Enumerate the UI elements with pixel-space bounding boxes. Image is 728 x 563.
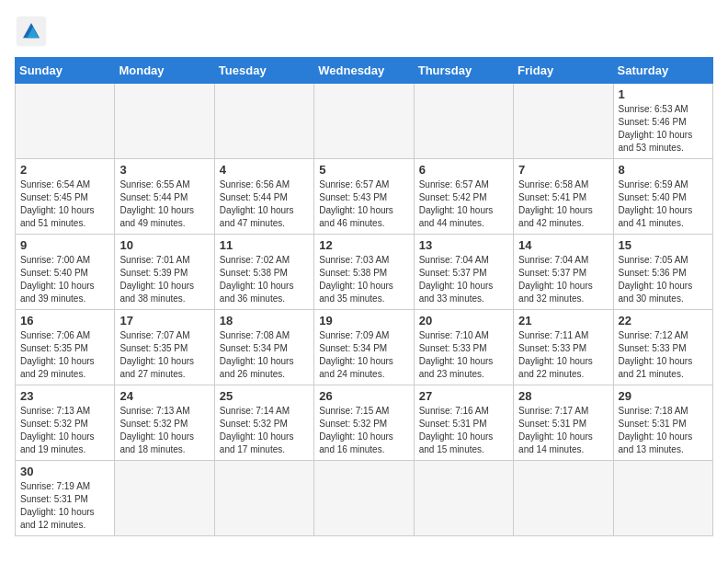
calendar-cell: 2Sunrise: 6:54 AM Sunset: 5:45 PM Daylig… [16,159,115,235]
day-number: 1 [619,87,708,101]
day-info: Sunrise: 6:53 AM Sunset: 5:46 PM Dayligh… [619,103,708,155]
weekday-header-saturday: Saturday [613,58,712,84]
day-info: Sunrise: 7:00 AM Sunset: 5:40 PM Dayligh… [20,254,109,305]
day-number: 16 [20,314,109,327]
day-info: Sunrise: 7:10 AM Sunset: 5:33 PM Dayligh… [419,329,508,381]
calendar-cell: 24Sunrise: 7:13 AM Sunset: 5:32 PM Dayli… [115,385,214,461]
day-info: Sunrise: 7:04 AM Sunset: 5:37 PM Dayligh… [419,254,508,305]
calendar-cell: 28Sunrise: 7:17 AM Sunset: 5:31 PM Dayli… [514,385,613,461]
calendar-cell: 3Sunrise: 6:55 AM Sunset: 5:44 PM Daylig… [115,159,214,235]
day-number: 8 [619,163,708,177]
day-info: Sunrise: 6:58 AM Sunset: 5:41 PM Dayligh… [518,178,608,230]
calendar-cell: 16Sunrise: 7:06 AM Sunset: 5:35 PM Dayli… [16,310,115,385]
day-number: 20 [419,314,508,327]
calendar-cell: 8Sunrise: 6:59 AM Sunset: 5:40 PM Daylig… [613,159,712,235]
day-number: 5 [319,163,408,177]
day-info: Sunrise: 6:59 AM Sunset: 5:40 PM Dayligh… [619,178,708,230]
day-info: Sunrise: 7:08 AM Sunset: 5:34 PM Dayligh… [220,329,309,381]
calendar-cell [214,461,313,536]
calendar-cell: 20Sunrise: 7:10 AM Sunset: 5:33 PM Dayli… [414,310,513,385]
day-number: 10 [119,238,209,252]
calendar-cell: 30Sunrise: 7:19 AM Sunset: 5:31 PM Dayli… [16,461,115,536]
day-info: Sunrise: 7:13 AM Sunset: 5:32 PM Dayligh… [20,405,109,456]
day-number: 27 [419,389,508,403]
day-number: 22 [619,314,708,327]
calendar-cell: 15Sunrise: 7:05 AM Sunset: 5:36 PM Dayli… [613,235,712,310]
day-number: 15 [619,238,708,252]
day-info: Sunrise: 7:19 AM Sunset: 5:31 PM Dayligh… [20,480,109,532]
weekday-header-monday: Monday [115,58,214,84]
day-info: Sunrise: 7:15 AM Sunset: 5:32 PM Dayligh… [319,405,408,456]
calendar-cell: 27Sunrise: 7:16 AM Sunset: 5:31 PM Dayli… [414,385,513,461]
calendar-cell [514,84,613,159]
calendar-cell: 29Sunrise: 7:18 AM Sunset: 5:31 PM Dayli… [613,385,712,461]
day-number: 30 [20,465,109,478]
calendar-cell: 23Sunrise: 7:13 AM Sunset: 5:32 PM Dayli… [16,385,115,461]
calendar-cell: 26Sunrise: 7:15 AM Sunset: 5:32 PM Dayli… [314,385,414,461]
day-number: 19 [319,314,408,327]
day-info: Sunrise: 7:07 AM Sunset: 5:35 PM Dayligh… [119,329,209,381]
day-number: 17 [119,314,209,327]
calendar-cell: 18Sunrise: 7:08 AM Sunset: 5:34 PM Dayli… [214,310,313,385]
calendar-cell: 7Sunrise: 6:58 AM Sunset: 5:41 PM Daylig… [514,159,613,235]
calendar-cell [214,84,313,159]
weekday-header-thursday: Thursday [414,58,513,84]
weekday-header-sunday: Sunday [16,58,115,84]
calendar-cell [115,461,214,536]
day-info: Sunrise: 6:56 AM Sunset: 5:44 PM Dayligh… [220,178,309,230]
day-number: 24 [119,389,209,403]
day-number: 14 [518,238,608,252]
calendar-cell: 5Sunrise: 6:57 AM Sunset: 5:43 PM Daylig… [314,159,414,235]
day-info: Sunrise: 7:06 AM Sunset: 5:35 PM Dayligh… [20,329,109,381]
calendar-cell [314,84,414,159]
calendar-cell [314,461,414,536]
day-number: 26 [319,389,408,403]
day-number: 7 [518,163,608,177]
calendar-cell [514,461,613,536]
day-info: Sunrise: 7:01 AM Sunset: 5:39 PM Dayligh… [119,254,209,305]
calendar-cell: 9Sunrise: 7:00 AM Sunset: 5:40 PM Daylig… [16,235,115,310]
calendar-cell: 4Sunrise: 6:56 AM Sunset: 5:44 PM Daylig… [214,159,313,235]
day-number: 2 [20,163,109,177]
day-number: 11 [220,238,309,252]
day-info: Sunrise: 6:57 AM Sunset: 5:42 PM Dayligh… [419,178,508,230]
day-info: Sunrise: 7:04 AM Sunset: 5:37 PM Dayligh… [518,254,608,305]
day-info: Sunrise: 7:16 AM Sunset: 5:31 PM Dayligh… [419,405,508,456]
calendar-cell: 22Sunrise: 7:12 AM Sunset: 5:33 PM Dayli… [613,310,712,385]
day-number: 4 [220,163,309,177]
day-number: 29 [619,389,708,403]
day-number: 18 [220,314,309,327]
day-info: Sunrise: 6:54 AM Sunset: 5:45 PM Dayligh… [20,178,109,230]
day-number: 21 [518,314,608,327]
calendar-cell: 21Sunrise: 7:11 AM Sunset: 5:33 PM Dayli… [514,310,613,385]
day-info: Sunrise: 7:17 AM Sunset: 5:31 PM Dayligh… [518,405,608,456]
day-info: Sunrise: 6:57 AM Sunset: 5:43 PM Dayligh… [319,178,408,230]
day-number: 3 [119,163,209,177]
day-number: 25 [220,389,309,403]
day-info: Sunrise: 6:55 AM Sunset: 5:44 PM Dayligh… [119,178,209,230]
calendar-cell: 19Sunrise: 7:09 AM Sunset: 5:34 PM Dayli… [314,310,414,385]
day-number: 9 [20,238,109,252]
day-info: Sunrise: 7:13 AM Sunset: 5:32 PM Dayligh… [119,405,209,456]
day-info: Sunrise: 7:11 AM Sunset: 5:33 PM Dayligh… [518,329,608,381]
day-info: Sunrise: 7:18 AM Sunset: 5:31 PM Dayligh… [619,405,708,456]
calendar-cell: 1Sunrise: 6:53 AM Sunset: 5:46 PM Daylig… [613,84,712,159]
calendar-cell: 12Sunrise: 7:03 AM Sunset: 5:38 PM Dayli… [314,235,414,310]
calendar-cell: 6Sunrise: 6:57 AM Sunset: 5:42 PM Daylig… [414,159,513,235]
day-info: Sunrise: 7:05 AM Sunset: 5:36 PM Dayligh… [619,254,708,305]
calendar-cell [414,461,513,536]
page-header [15,15,713,48]
day-number: 23 [20,389,109,403]
day-info: Sunrise: 7:09 AM Sunset: 5:34 PM Dayligh… [319,329,408,381]
day-info: Sunrise: 7:02 AM Sunset: 5:38 PM Dayligh… [220,254,309,305]
day-info: Sunrise: 7:14 AM Sunset: 5:32 PM Dayligh… [220,405,309,456]
day-number: 12 [319,238,408,252]
day-info: Sunrise: 7:12 AM Sunset: 5:33 PM Dayligh… [619,329,708,381]
calendar-cell: 13Sunrise: 7:04 AM Sunset: 5:37 PM Dayli… [414,235,513,310]
day-number: 13 [419,238,508,252]
weekday-header-wednesday: Wednesday [314,58,414,84]
calendar-cell [16,84,115,159]
logo-icon [15,15,48,48]
calendar-cell: 25Sunrise: 7:14 AM Sunset: 5:32 PM Dayli… [214,385,313,461]
calendar-cell [613,461,712,536]
